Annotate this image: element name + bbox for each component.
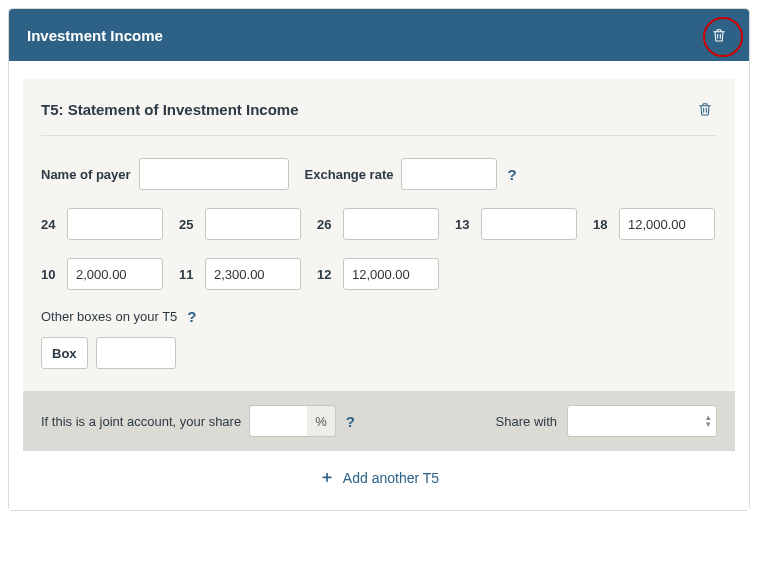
panel-header: T5: Statement of Investment Income bbox=[41, 97, 717, 136]
box-13-label: 13 bbox=[455, 217, 473, 232]
box-26-field: 26 bbox=[317, 208, 439, 240]
share-select[interactable] bbox=[567, 405, 717, 437]
share-label: Share with bbox=[496, 414, 557, 429]
pct-group: % bbox=[249, 405, 336, 437]
payer-label: Name of payer bbox=[41, 167, 131, 182]
box-12-field: 12 bbox=[317, 258, 439, 290]
exchange-input[interactable] bbox=[401, 158, 497, 190]
pct-input[interactable] bbox=[249, 405, 307, 437]
card-title: Investment Income bbox=[27, 27, 163, 44]
joint-left: If this is a joint account, your share %… bbox=[41, 405, 357, 437]
trash-icon bbox=[697, 101, 713, 117]
joint-account-strip: If this is a joint account, your share %… bbox=[23, 391, 735, 451]
pct-symbol: % bbox=[307, 405, 336, 437]
exchange-label: Exchange rate bbox=[305, 167, 394, 182]
delete-t5-button[interactable] bbox=[693, 97, 717, 121]
other-box-input[interactable] bbox=[96, 337, 176, 369]
box-10-label: 10 bbox=[41, 267, 59, 282]
box-chip: Box bbox=[41, 337, 88, 369]
box-18-field: 18 bbox=[593, 208, 715, 240]
plus-icon: ＋ bbox=[319, 467, 335, 488]
box-18-input[interactable] bbox=[619, 208, 715, 240]
box-25-field: 25 bbox=[179, 208, 301, 240]
help-icon[interactable]: ? bbox=[185, 308, 198, 325]
box-10-input[interactable] bbox=[67, 258, 163, 290]
box-26-label: 26 bbox=[317, 217, 335, 232]
payer-input[interactable] bbox=[139, 158, 289, 190]
box-10-field: 10 bbox=[41, 258, 163, 290]
boxes-row-1: 24 25 26 13 18 bbox=[41, 208, 717, 240]
help-icon[interactable]: ? bbox=[344, 413, 357, 430]
other-boxes-label: Other boxes on your T5 bbox=[41, 309, 177, 324]
joint-label: If this is a joint account, your share bbox=[41, 414, 241, 429]
add-row: ＋ Add another T5 bbox=[23, 451, 735, 496]
boxes-row-2: 10 11 12 bbox=[41, 258, 717, 290]
box-11-input[interactable] bbox=[205, 258, 301, 290]
box-13-field: 13 bbox=[455, 208, 577, 240]
payer-field: Name of payer bbox=[41, 158, 289, 190]
investment-income-card: Investment Income T5: Statement of Inves… bbox=[8, 8, 750, 511]
box-24-field: 24 bbox=[41, 208, 163, 240]
other-box-row: Box bbox=[41, 337, 717, 369]
trash-icon bbox=[711, 27, 727, 43]
box-24-label: 24 bbox=[41, 217, 59, 232]
box-12-input[interactable] bbox=[343, 258, 439, 290]
exchange-field: Exchange rate ? bbox=[305, 158, 519, 190]
share-right: Share with ▴▾ bbox=[496, 405, 717, 437]
box-18-label: 18 bbox=[593, 217, 611, 232]
box-11-label: 11 bbox=[179, 267, 197, 282]
panel-title: T5: Statement of Investment Income bbox=[41, 101, 299, 118]
box-26-input[interactable] bbox=[343, 208, 439, 240]
other-boxes-label-row: Other boxes on your T5 ? bbox=[41, 308, 717, 325]
box-11-field: 11 bbox=[179, 258, 301, 290]
add-another-label: Add another T5 bbox=[343, 470, 439, 486]
share-select-wrap: ▴▾ bbox=[567, 405, 717, 437]
card-header: Investment Income bbox=[9, 9, 749, 61]
card-body: T5: Statement of Investment Income Name … bbox=[9, 61, 749, 510]
delete-section-button[interactable] bbox=[707, 23, 731, 47]
box-25-label: 25 bbox=[179, 217, 197, 232]
t5-panel: T5: Statement of Investment Income Name … bbox=[23, 79, 735, 451]
box-13-input[interactable] bbox=[481, 208, 577, 240]
help-icon[interactable]: ? bbox=[505, 166, 518, 183]
box-12-label: 12 bbox=[317, 267, 335, 282]
add-another-t5-link[interactable]: ＋ Add another T5 bbox=[319, 467, 439, 488]
box-24-input[interactable] bbox=[67, 208, 163, 240]
payer-row: Name of payer Exchange rate ? bbox=[41, 158, 717, 190]
box-25-input[interactable] bbox=[205, 208, 301, 240]
